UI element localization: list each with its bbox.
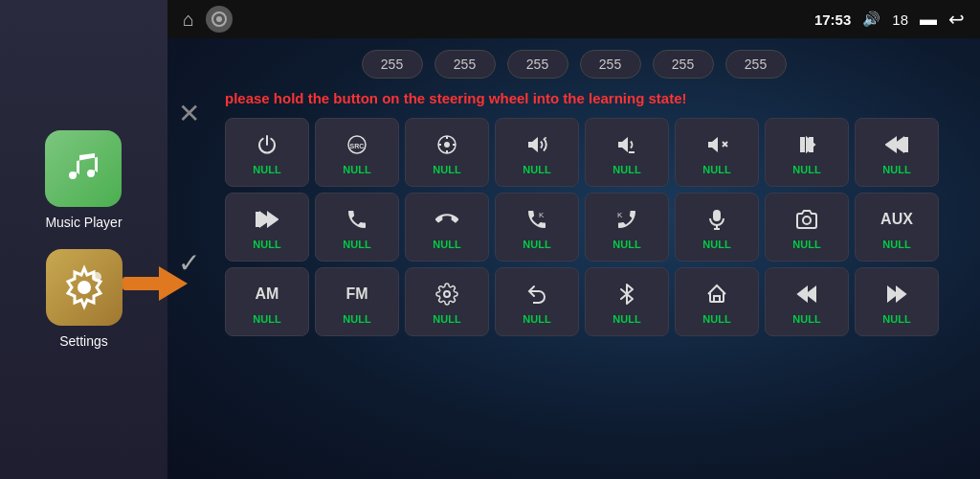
main-panel: ⌂ 17:53 🔊 18 ▬ ↩ ✕ ✓ 255 255 255 bbox=[167, 0, 980, 479]
grid-row-0: NULL SRC NULL NULL bbox=[225, 118, 965, 187]
btn-play-pause-label: NULL bbox=[792, 164, 820, 175]
svg-marker-10 bbox=[618, 137, 628, 152]
btn-call-k2[interactable]: K NULL bbox=[585, 193, 669, 262]
pill-2: 255 bbox=[507, 50, 568, 79]
btn-aux[interactable]: AUX NULL bbox=[855, 193, 939, 262]
btn-power[interactable]: NULL bbox=[225, 118, 309, 187]
btn-back[interactable]: NULL bbox=[495, 267, 579, 336]
pill-3: 255 bbox=[580, 50, 641, 79]
svg-text:SRC: SRC bbox=[350, 143, 365, 149]
vol-down-icon bbox=[615, 129, 638, 160]
mic-icon bbox=[705, 204, 728, 235]
svg-marker-35 bbox=[897, 287, 905, 301]
sidebar-item-settings[interactable]: Settings bbox=[46, 249, 122, 349]
btn-vol-mute[interactable]: NULL bbox=[675, 118, 759, 187]
btn-vol-down-label: NULL bbox=[612, 164, 640, 175]
btn-call-end[interactable]: NULL bbox=[405, 193, 489, 262]
src-icon: SRC bbox=[345, 129, 368, 160]
btn-call-accept-label: NULL bbox=[343, 239, 370, 250]
btn-fwd-label: NULL bbox=[882, 313, 910, 325]
status-bar-left: ⌂ bbox=[183, 6, 233, 33]
prev-track-icon bbox=[885, 129, 908, 160]
play-pause-icon bbox=[795, 129, 818, 160]
gear-icon bbox=[435, 279, 458, 309]
bluetooth-icon bbox=[615, 279, 638, 309]
btn-gear-label: NULL bbox=[433, 313, 460, 325]
pill-0: 255 bbox=[362, 50, 423, 79]
volume-level: 18 bbox=[892, 11, 908, 28]
music-player-label: Music Player bbox=[45, 215, 122, 230]
btn-home-label: NULL bbox=[702, 313, 730, 325]
svg-rect-31 bbox=[714, 296, 720, 302]
status-bar: ⌂ 17:53 🔊 18 ▬ ↩ bbox=[167, 0, 980, 38]
svg-point-7 bbox=[445, 143, 449, 147]
sidebar: Music Player Settings bbox=[0, 0, 167, 479]
svg-rect-20 bbox=[904, 138, 907, 151]
value-pills-row: 255 255 255 255 255 255 bbox=[183, 50, 965, 79]
music-player-icon bbox=[45, 130, 122, 207]
vol-mute-icon bbox=[705, 129, 728, 160]
btn-fm[interactable]: FM NULL bbox=[315, 267, 399, 336]
btn-prev-track-label: NULL bbox=[882, 164, 910, 175]
call-k2-icon: K bbox=[615, 204, 638, 235]
svg-rect-15 bbox=[801, 138, 804, 151]
svg-point-0 bbox=[78, 281, 91, 294]
btn-fm-label: NULL bbox=[343, 313, 370, 325]
btn-camera-label: NULL bbox=[792, 239, 820, 250]
btn-am-label: NULL bbox=[253, 313, 280, 325]
svg-marker-33 bbox=[807, 287, 815, 301]
btn-src[interactable]: SRC NULL bbox=[315, 118, 399, 187]
btn-mic[interactable]: NULL bbox=[675, 193, 759, 262]
svg-text:K: K bbox=[539, 211, 545, 219]
btn-vol-mute-label: NULL bbox=[702, 164, 730, 175]
btn-bluetooth-label: NULL bbox=[612, 313, 640, 325]
btn-am[interactable]: AM NULL bbox=[225, 267, 309, 336]
back-icon[interactable]: ↩ bbox=[948, 8, 965, 31]
btn-home[interactable]: NULL bbox=[675, 267, 759, 336]
back-arrow-icon bbox=[525, 279, 548, 309]
sidebar-item-music-player[interactable]: Music Player bbox=[45, 130, 122, 230]
pill-1: 255 bbox=[434, 50, 496, 79]
pill-5: 255 bbox=[725, 50, 787, 79]
svg-marker-8 bbox=[528, 137, 538, 152]
btn-vol-up-label: NULL bbox=[523, 164, 550, 175]
home-icon bbox=[705, 279, 728, 309]
btn-back-label: NULL bbox=[523, 313, 550, 325]
btn-next-track[interactable]: NULL bbox=[225, 193, 309, 262]
home-nav-icon[interactable]: ⌂ bbox=[183, 9, 194, 31]
btn-mic-label: NULL bbox=[702, 239, 730, 250]
vol-up-icon bbox=[525, 129, 548, 160]
btn-gps-label: NULL bbox=[433, 164, 460, 175]
am-icon: AM bbox=[256, 279, 279, 309]
btn-rew-label: NULL bbox=[792, 313, 820, 325]
grid-row-2: AM NULL FM NULL NULL bbox=[225, 267, 965, 336]
gps-icon bbox=[435, 129, 458, 160]
btn-fwd[interactable]: NULL bbox=[855, 267, 939, 336]
call-k-icon: K bbox=[525, 204, 548, 235]
btn-vol-down[interactable]: NULL bbox=[585, 118, 669, 187]
call-end-icon bbox=[435, 204, 458, 235]
arrow-indicator bbox=[122, 266, 188, 301]
btn-power-label: NULL bbox=[253, 164, 280, 175]
btn-prev-track[interactable]: NULL bbox=[855, 118, 939, 187]
nav-circle-icon[interactable] bbox=[206, 6, 233, 33]
btn-call-accept[interactable]: NULL bbox=[315, 193, 399, 262]
btn-play-pause[interactable]: NULL bbox=[765, 118, 849, 187]
svg-rect-23 bbox=[256, 213, 259, 226]
btn-rew[interactable]: NULL bbox=[765, 267, 849, 336]
power-icon bbox=[256, 129, 278, 160]
btn-gps[interactable]: NULL bbox=[405, 118, 489, 187]
volume-icon: 🔊 bbox=[862, 11, 880, 28]
btn-gear[interactable]: NULL bbox=[405, 267, 489, 336]
btn-call-k[interactable]: K NULL bbox=[495, 193, 579, 262]
svg-rect-26 bbox=[714, 211, 720, 220]
svg-marker-12 bbox=[708, 137, 718, 152]
btn-camera[interactable]: NULL bbox=[765, 193, 849, 262]
btn-bluetooth[interactable]: NULL bbox=[585, 267, 669, 336]
fm-icon: FM bbox=[345, 279, 368, 309]
btn-call-k2-label: NULL bbox=[612, 239, 640, 250]
btn-vol-up[interactable]: NULL bbox=[495, 118, 579, 187]
svg-marker-19 bbox=[886, 138, 896, 151]
svg-point-29 bbox=[803, 217, 811, 224]
cancel-button[interactable]: ✕ bbox=[171, 96, 206, 130]
